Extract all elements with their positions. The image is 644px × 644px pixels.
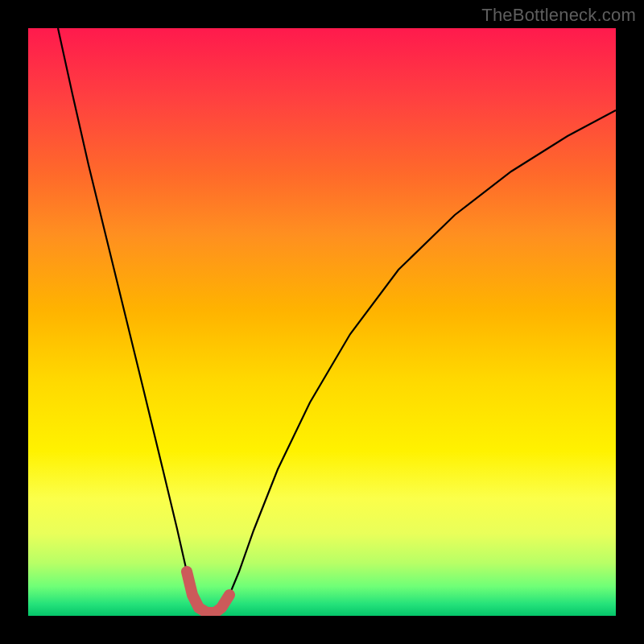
bottleneck-curve (58, 28, 616, 613)
curve-svg (28, 28, 616, 616)
plot-area (28, 28, 616, 616)
valley-highlight (187, 572, 229, 613)
watermark-text: TheBottleneck.com (481, 5, 636, 26)
chart-frame: TheBottleneck.com (0, 0, 644, 644)
